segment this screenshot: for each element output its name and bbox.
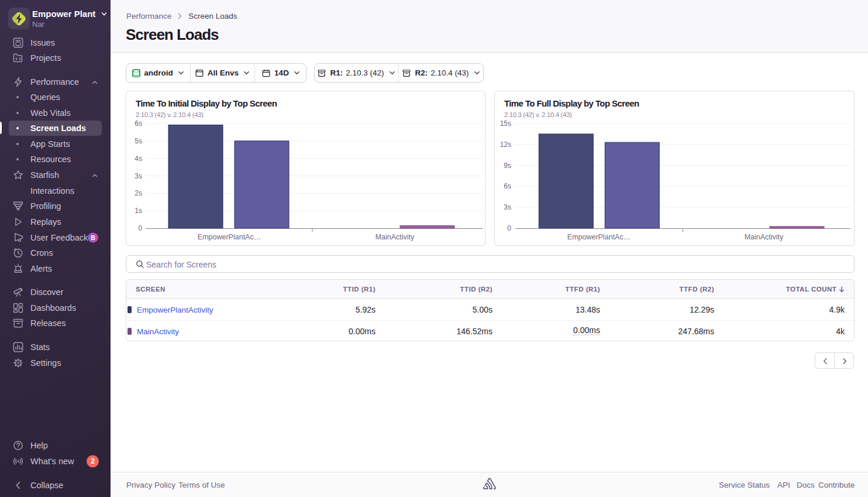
svg-text:2s: 2s [135,189,142,197]
svg-text:3s: 3s [135,172,142,180]
svg-text:1s: 1s [135,207,142,215]
svg-text:12s: 12s [500,140,511,149]
svg-text:6s: 6s [504,182,511,190]
svg-text:0: 0 [507,224,511,232]
svg-text:MainActivity: MainActivity [745,233,784,241]
svg-text:EmpowerPlantAc…: EmpowerPlantAc… [198,233,261,241]
svg-text:6s: 6s [135,119,142,128]
svg-text:MainActivity: MainActivity [376,233,415,241]
svg-text:4s: 4s [135,155,142,163]
svg-text:15s: 15s [500,119,511,128]
svg-text:5s: 5s [135,137,142,145]
svg-text:3s: 3s [504,203,511,211]
svg-text:9s: 9s [504,162,511,170]
svg-text:EmpowerPlantAc…: EmpowerPlantAc… [567,233,631,241]
svg-text:0: 0 [138,224,142,232]
